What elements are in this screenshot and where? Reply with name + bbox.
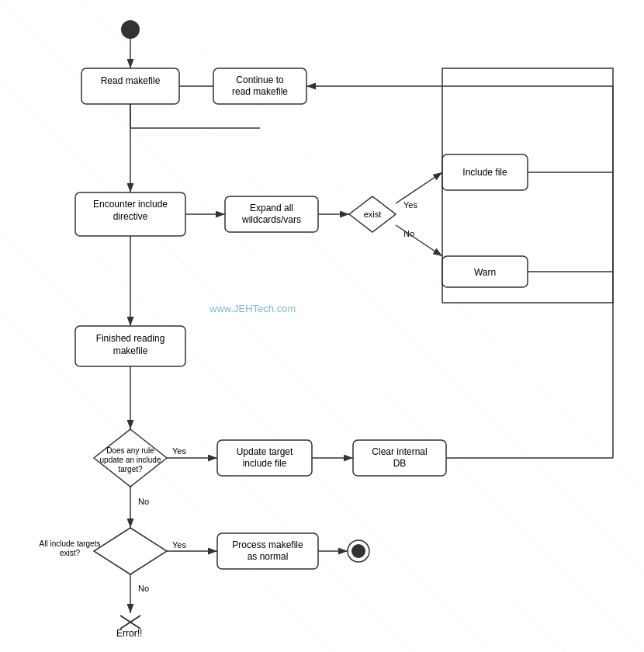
process-label-1: Process makefile <box>232 539 303 550</box>
encounter-label-2: directive <box>113 211 148 222</box>
does-any-rule-label-2: update an include <box>100 456 161 464</box>
svg-line-7 <box>0 233 411 652</box>
update-label-2: include file <box>243 458 287 469</box>
warn-label: Warn <box>474 267 496 278</box>
svg-line-17 <box>396 172 442 203</box>
read-makefile-label: Read makefile <box>101 75 161 86</box>
exist-label: exist <box>364 210 382 219</box>
does-any-rule-label-1: Does any rule <box>106 446 154 455</box>
continue-read-label: Continue to <box>236 75 284 85</box>
yes-label-3: Yes <box>172 540 186 550</box>
does-any-rule-label-3: target? <box>118 465 143 473</box>
all-include-diamond <box>94 528 167 574</box>
no-label-3: No <box>138 584 149 593</box>
process-label-2: as normal <box>248 551 289 562</box>
clear-db-label-1: Clear internal <box>372 446 427 457</box>
expand-label-2: wildcards/vars <box>241 214 301 225</box>
no-label-2: No <box>138 497 149 506</box>
include-file-label: Include file <box>462 167 507 178</box>
finished-label-2: makefile <box>113 345 148 356</box>
diagram-container: Read makefile Continue to read makefile … <box>0 0 644 652</box>
read-makefile-node <box>81 68 179 104</box>
yes-label-2: Yes <box>172 446 186 456</box>
all-include-label-1: All include targets <box>40 539 101 548</box>
end-inner-circle <box>351 544 365 558</box>
start-node <box>121 20 140 39</box>
error-label: Error!! <box>116 628 142 639</box>
all-include-label-2: exist? <box>60 549 81 557</box>
update-label-1: Update target <box>237 446 293 457</box>
yes-label-1: Yes <box>403 200 417 210</box>
clear-db-label-2: DB <box>393 458 407 469</box>
finished-label-1: Finished reading <box>96 333 165 344</box>
svg-text:read makefile: read makefile <box>232 86 288 97</box>
svg-line-18 <box>396 225 442 256</box>
expand-label-1: Expand all <box>250 203 293 213</box>
encounter-label-1: Encounter include <box>93 199 168 210</box>
